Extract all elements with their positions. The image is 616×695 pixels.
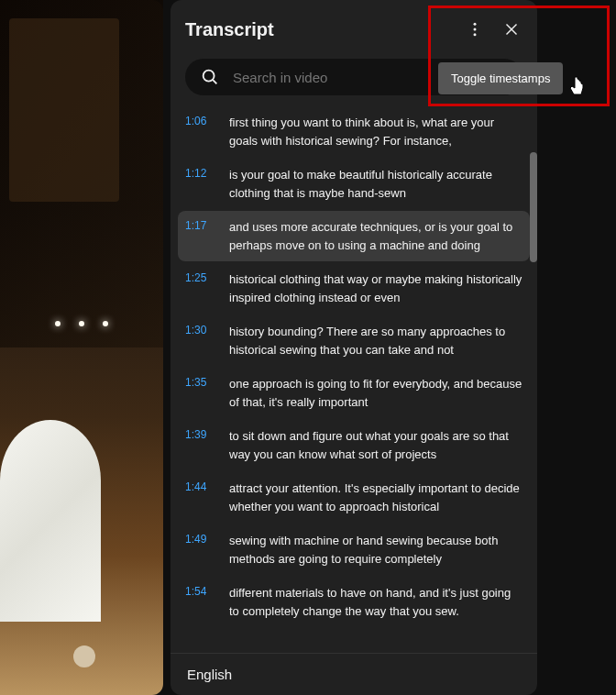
- close-icon: [501, 19, 522, 39]
- video-thumbnail: [0, 0, 163, 695]
- channel-avatar[interactable]: [73, 645, 95, 667]
- transcript-row[interactable]: 1:35one approach is going to fit for eve…: [178, 368, 530, 418]
- timestamp[interactable]: 1:17: [185, 218, 222, 254]
- timestamp[interactable]: 1:39: [185, 427, 222, 463]
- timestamp[interactable]: 1:06: [185, 114, 222, 149]
- timestamp[interactable]: 1:44: [185, 480, 222, 515]
- toggle-timestamps-menu-item[interactable]: Toggle timestamps: [438, 62, 563, 94]
- cursor-pointer-icon: [568, 75, 587, 97]
- panel-header: Transcript: [170, 0, 537, 55]
- transcript-list[interactable]: 1:06first thing you want to think about …: [170, 106, 537, 653]
- panel-title: Transcript: [185, 19, 456, 40]
- close-button[interactable]: [493, 11, 530, 48]
- video-background-shelf: [9, 18, 119, 202]
- transcript-text: first thing you want to think about is, …: [222, 114, 522, 149]
- transcript-row[interactable]: 1:39to sit down and figure out what your…: [178, 420, 530, 470]
- transcript-text: one approach is going to fit for everybo…: [222, 375, 522, 411]
- transcript-text: attract your attention. It's especially …: [222, 480, 522, 515]
- transcript-text: and uses more accurate techniques, or is…: [222, 218, 522, 254]
- transcript-text: sewing with machine or hand sewing becau…: [222, 532, 522, 568]
- timestamp[interactable]: 1:35: [185, 375, 222, 411]
- svg-point-5: [204, 71, 214, 82]
- transcript-row[interactable]: 1:12is your goal to make beautiful histo…: [178, 159, 530, 209]
- video-foreground-cloth: [0, 420, 101, 622]
- transcript-row[interactable]: 1:30history bounding? There are so many …: [178, 315, 530, 366]
- timestamp[interactable]: 1:25: [185, 270, 222, 306]
- search-icon: [200, 67, 220, 87]
- svg-point-2: [474, 33, 477, 36]
- svg-point-1: [474, 28, 477, 31]
- transcript-text: different materials to have on hand, and…: [222, 584, 522, 620]
- transcript-panel: Transcript 1:06first thing you want to t…: [170, 0, 537, 695]
- video-lights: [55, 321, 108, 326]
- transcript-text: is your goal to make beautiful historica…: [222, 166, 522, 202]
- tooltip-text: Toggle timestamps: [451, 72, 550, 85]
- transcript-row[interactable]: 1:49sewing with machine or hand sewing b…: [178, 524, 530, 575]
- scrollbar-thumb[interactable]: [530, 152, 537, 262]
- transcript-row[interactable]: 1:54different materials to have on hand,…: [178, 577, 530, 627]
- transcript-row[interactable]: 1:44attract your attention. It's especia…: [178, 472, 530, 523]
- panel-footer: English: [170, 653, 537, 695]
- more-options-button[interactable]: [456, 11, 493, 48]
- svg-line-6: [213, 80, 216, 83]
- language-selector[interactable]: English: [187, 667, 521, 682]
- transcript-text: history bounding? There are so many appr…: [222, 323, 522, 359]
- transcript-row[interactable]: 1:25historical clothing that way or mayb…: [178, 263, 530, 314]
- timestamp[interactable]: 1:49: [185, 532, 222, 568]
- timestamp[interactable]: 1:12: [185, 166, 222, 202]
- timestamp[interactable]: 1:30: [185, 323, 222, 359]
- transcript-row[interactable]: 1:06first thing you want to think about …: [178, 106, 530, 157]
- timestamp[interactable]: 1:54: [185, 584, 222, 620]
- svg-point-0: [474, 23, 477, 26]
- transcript-text: historical clothing that way or maybe ma…: [222, 270, 522, 306]
- transcript-text: to sit down and figure out what your goa…: [222, 427, 522, 463]
- kebab-menu-icon: [466, 20, 484, 39]
- transcript-row[interactable]: 1:17and uses more accurate techniques, o…: [178, 211, 530, 261]
